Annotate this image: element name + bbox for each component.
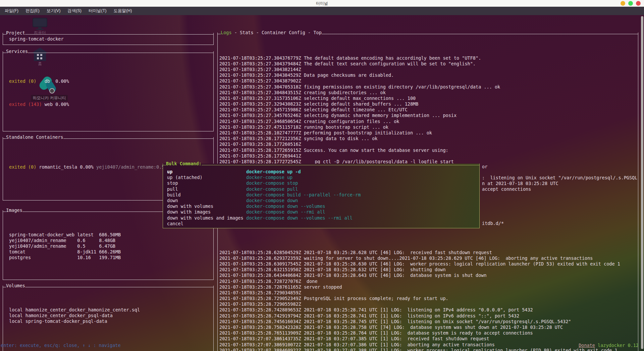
log-line: 2021-07-18T03:25:28.643440684Z 2021-07-1… <box>219 273 620 278</box>
log-line: 2021-07-18T03:27:07.386910072Z 2021-07-1… <box>219 342 620 348</box>
menu-item[interactable]: 터미널(T) <box>87 7 108 14</box>
log-tab[interactable]: Logs <box>221 30 232 35</box>
maximize-button[interactable] <box>628 1 633 6</box>
popup-item[interactable]: down with imagesdocker-compose down --rm… <box>167 209 479 215</box>
tab-separator: - <box>232 30 240 35</box>
log-line: 2021-07-18T03:25:27.345715986Z selecting… <box>219 107 500 113</box>
log-line: 2021-07-18T03:25:27.304376779Z The defau… <box>219 55 500 61</box>
log-line-fragment: itdb.d/* <box>482 221 637 226</box>
menu-item[interactable]: 파일(F) <box>3 7 20 14</box>
log-line: 2021-07-18T03:25:28.765113909Z 2021-07-1… <box>219 330 620 336</box>
image-row[interactable]: tomcat 8-jdk11 666.26MB <box>9 249 213 255</box>
image-row[interactable]: yeji0407/admin_rename 0.5 6.47GB <box>9 243 213 249</box>
screen: 터미널 파일(F)편집(E)보기(V)검색(S)터미널(T)도움말(H) 컴퓨터… <box>0 0 644 351</box>
popup-item[interactable]: down with volumes and imagesdocker-compo… <box>167 215 479 221</box>
panel-title: Project <box>6 30 25 36</box>
panel-title: Volumes <box>6 283 25 288</box>
log-line: 2021-07-18T03:25:28.177265915Z Success. … <box>219 148 500 153</box>
log-line: 2021-07-18T03:25:27.304384529Z Data page… <box>219 72 500 78</box>
log-line: 2021-07-18T03:25:28.628504529Z 2021-07-1… <box>219 250 620 255</box>
log-line: 2021-07-18T03:25:28.742919794Z 2021-07-1… <box>219 313 620 319</box>
log-line-fragment: n at 2021-07-18 03:25:28 UTC <box>482 181 637 186</box>
log-tab[interactable]: Stats <box>240 30 254 35</box>
computer-icon <box>33 18 47 27</box>
project-panel: Project spring-tomcat-docker <box>3 33 214 45</box>
popup-item[interactable]: updocker-compose up -d <box>167 169 479 175</box>
image-row[interactable]: postgres 10.16 199.71MB <box>9 255 213 260</box>
log-line: 2021-07-18T03:25:28.177260516Z <box>219 141 500 147</box>
popup-item[interactable]: downdocker-compose down <box>167 198 479 203</box>
scrollbar-thumb[interactable] <box>641 16 643 349</box>
popup-item[interactable]: up (attached)docker-compose up <box>167 175 479 180</box>
volumes-panel: Volumes local hamonize_center_docker_ham… <box>3 286 214 351</box>
log-line: 2021-07-18T03:25:28.632151950Z 2021-07-1… <box>219 267 620 273</box>
log-line: 2021-07-18T03:25:28.102747777Z performin… <box>219 130 500 136</box>
log-line: 2021-07-18T03:25:27.329430823Z selecting… <box>219 101 500 107</box>
popup-item[interactable]: cancel <box>167 221 479 227</box>
log-line-fragment: or <box>482 164 637 170</box>
menu-bar: 파일(F)편집(E)보기(V)검색(S)터미널(T)도움말(H) <box>0 7 644 15</box>
tab-separator: - <box>254 30 262 35</box>
log-line: 2021-07-18T03:27:07.388460922Z 2021-07-1… <box>219 348 620 351</box>
log-tab[interactable]: Container Config <box>262 30 305 35</box>
log-line: 2021-07-18T03:25:28.758242328Z 2021-07-1… <box>219 325 620 330</box>
logs-tab-bar: Logs - Stats - Container Config - Top <box>221 30 322 35</box>
popup-title: Bulk Command: <box>166 161 202 166</box>
image-row[interactable]: yeji0407/admin_rename 0.6 8.48GB <box>9 238 213 243</box>
menu-item[interactable]: 편집(E) <box>24 7 41 14</box>
log-line: 2021-07-18T03:25:28.745616034Z 2021-07-1… <box>219 319 620 325</box>
log-line: 2021-07-18T03:25:28.629372359Z waiting f… <box>219 255 620 261</box>
log-line: 2021-07-18T03:25:28.177212356Z syncing d… <box>219 136 500 141</box>
terminal-content: 컴퓨터 홈 하모니카 커뮤니티 Project spring-tomcat-do… <box>0 15 644 351</box>
log-line: 2021-07-18T03:25:27.346850654Z creating … <box>219 119 500 124</box>
log-line: 2021-07-18T03:25:28.729034859Z <box>219 290 620 296</box>
app-brand: Donate lazydocker 0.12 <box>579 343 639 348</box>
popup-item[interactable]: builddocker-compose build --parallel --f… <box>167 192 479 198</box>
log-line: 2021-07-18T03:25:27.304382144Z <box>219 67 500 72</box>
log-line: 2021-07-18T03:25:28.728727076Z done <box>219 279 620 284</box>
log-line-fragment: : listening on Unix socket "/var/run/pos… <box>482 175 637 181</box>
log-line: 2021-07-18T03:25:28.177269441Z <box>219 153 500 159</box>
log-tab[interactable]: Top <box>313 30 321 35</box>
log-line: 2021-07-18T03:25:27.304379484Z The defau… <box>219 61 500 67</box>
menu-item[interactable]: 검색(S) <box>66 7 83 14</box>
menu-item[interactable]: 보기(V) <box>45 7 62 14</box>
panel-title: Images <box>6 208 22 213</box>
log-line: 2021-07-18T03:25:27.304843515Z creating … <box>219 90 500 96</box>
log-line: 2021-07-18T03:25:27.315735106Z selecting… <box>219 96 500 101</box>
log-line: 2021-07-18T03:25:27.304705318Z fixing pe… <box>219 84 500 90</box>
keybinding-hints: enter: execute, esc/q: close, ↑ ↓ : navi… <box>1 343 121 348</box>
donate-link[interactable]: Donate <box>579 343 595 348</box>
bulk-command-popup: Bulk Command: updocker-compose up -d up … <box>163 164 480 228</box>
log-line: 2021-07-18T03:25:28.630917545Z 2021-07-1… <box>219 261 620 267</box>
menu-item[interactable]: 도움말(H) <box>112 7 133 14</box>
panel-title: Standalone Containers <box>6 134 63 140</box>
window-title: 터미널 <box>0 1 644 6</box>
minimize-button[interactable] <box>621 1 625 6</box>
log-line: 2021-07-18T03:25:27.345765246Z selecting… <box>219 113 500 118</box>
image-row[interactable]: spring-tomcat-docker_web latest 686.50MB <box>9 232 213 238</box>
log-line: 2021-07-18T03:27:07.386143735Z 2021-07-1… <box>219 336 620 342</box>
close-button[interactable] <box>636 1 641 6</box>
log-line: 2021-07-18T03:25:27.304387902Z <box>219 78 500 84</box>
service-row[interactable]: exited (0) db 0.00% <box>9 78 213 84</box>
window-titlebar: 터미널 <box>0 0 644 7</box>
log-line: 2021-07-18T03:25:28.729055982Z <box>219 301 620 307</box>
service-row[interactable]: exited (143) web 0.00% <box>9 102 213 107</box>
log-line: 2021-07-18T03:25:28.728761165Z server st… <box>219 284 620 290</box>
services-panel: Services exited (0) db 0.00% exited (143… <box>3 51 214 131</box>
tab-separator: - <box>305 30 313 35</box>
volume-row[interactable]: local hamonize_center_docker_hamonize_ce… <box>9 307 213 313</box>
popup-item[interactable]: down with volumesdocker-compose down --v… <box>167 203 479 209</box>
volume-row[interactable]: local hamonize_center_docker_psql-data <box>9 313 213 318</box>
log-lines-bottom: 2021-07-18T03:25:28.628504529Z 2021-07-1… <box>219 232 620 351</box>
project-name[interactable]: spring-tomcat-docker <box>9 36 64 42</box>
volume-row[interactable]: local spring-tomcat-docker_psql-data <box>9 318 213 324</box>
popup-item[interactable]: stopdocker-compose stop <box>167 180 479 186</box>
version-label: lazydocker 0.12 <box>598 343 639 348</box>
log-line: 2021-07-18T03:25:28.742889653Z 2021-07-1… <box>219 307 620 313</box>
log-line: 2021-07-18T03:25:27.475115718Z running b… <box>219 124 500 130</box>
panel-title: Services <box>6 49 28 54</box>
popup-item[interactable]: pulldocker-compose pull <box>167 186 479 192</box>
log-line-fragment: accept connections <box>482 186 637 192</box>
